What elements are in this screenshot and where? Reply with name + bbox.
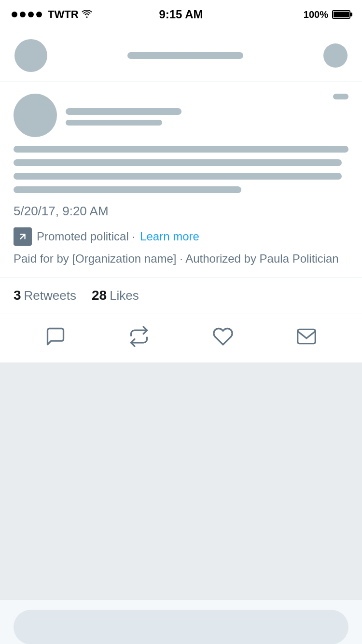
nav-bar <box>0 29 362 82</box>
status-time: 9:15 AM <box>159 8 203 21</box>
user-handle-placeholder <box>66 120 162 126</box>
stats-row: 3 Retweets 28 Likes <box>14 278 348 313</box>
promoted-row: Promoted political · Learn more <box>14 227 348 246</box>
tweet-text <box>14 146 348 193</box>
retweet-stat[interactable]: 3 Retweets <box>14 288 76 303</box>
status-bar: TWTR 9:15 AM 100% <box>0 0 362 29</box>
reply-icon <box>45 326 66 347</box>
battery-fill <box>334 12 349 17</box>
carrier-label: TWTR <box>48 8 79 21</box>
promoted-label: Promoted political · <box>37 230 135 243</box>
battery-icon <box>332 10 350 19</box>
promoted-icon <box>14 227 32 246</box>
signal-dot-4 <box>36 12 42 17</box>
nav-back-icon[interactable] <box>14 39 47 72</box>
like-button[interactable] <box>209 322 237 351</box>
tweet-container: 5/20/17, 9:20 AM Promoted political · Le… <box>0 82 362 363</box>
likes-count: 28 <box>92 288 107 303</box>
tweet-timestamp: 5/20/17, 9:20 AM <box>14 204 348 219</box>
message-button[interactable] <box>292 322 321 351</box>
retweet-icon <box>128 326 150 347</box>
learn-more-link[interactable]: Learn more <box>140 230 199 243</box>
signal-dot-3 <box>28 12 34 17</box>
likes-stat[interactable]: 28 Likes <box>92 288 139 303</box>
signal-dots <box>12 12 42 17</box>
heart-icon <box>212 326 234 347</box>
user-row <box>14 94 348 137</box>
avatar[interactable] <box>14 94 57 137</box>
retweet-label: Retweets <box>24 288 76 303</box>
likes-label: Likes <box>110 288 139 303</box>
signal-dot-2 <box>20 12 26 17</box>
more-options-icon[interactable] <box>333 94 348 99</box>
gray-content-area <box>0 363 362 600</box>
user-name-placeholder <box>66 108 181 115</box>
arrow-icon <box>17 231 28 242</box>
retweet-button[interactable] <box>125 322 153 351</box>
svg-rect-0 <box>298 329 316 343</box>
text-line-1 <box>14 146 348 153</box>
nav-title <box>127 52 243 59</box>
battery-label: 100% <box>304 9 328 20</box>
user-info <box>66 105 181 126</box>
text-line-4 <box>14 186 241 193</box>
status-right: 100% <box>304 9 350 20</box>
retweet-count: 3 <box>14 288 21 303</box>
action-bar <box>14 313 348 363</box>
nav-action-icon[interactable] <box>323 43 348 68</box>
user-left <box>14 94 181 137</box>
text-line-2 <box>14 159 342 166</box>
wifi-icon <box>82 9 92 20</box>
status-left: TWTR <box>12 8 92 21</box>
paid-for-text: Paid for by [Organization name] · Author… <box>14 251 348 267</box>
mail-icon <box>296 326 317 347</box>
text-line-3 <box>14 173 342 180</box>
reply-input[interactable] <box>14 610 348 644</box>
input-bar-container <box>0 600 362 644</box>
reply-button[interactable] <box>41 322 70 351</box>
signal-dot-1 <box>12 12 17 17</box>
